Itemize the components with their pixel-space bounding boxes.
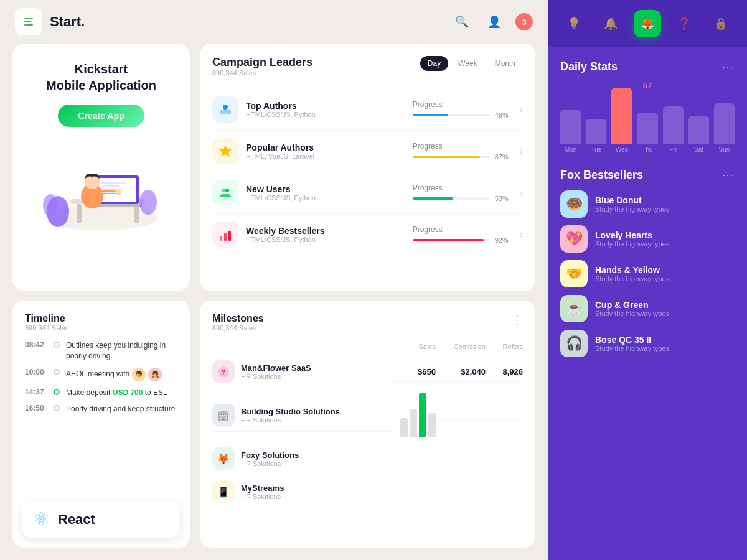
- row-tags: HTML, VueJS, Laravel: [246, 152, 405, 160]
- row-info-top-authors: Top Authors HTML/CSS/JS, Python: [246, 101, 405, 118]
- tab-day[interactable]: Day: [420, 56, 448, 71]
- row-progress-popular-authors: Progress 87%: [413, 142, 512, 161]
- row-tags: HTML/CSS/JS, Python: [246, 236, 405, 243]
- fox-thumb-bose-qc35: 🎧: [560, 330, 588, 357]
- daily-stats-section: Daily Stats ⋯ 57 Mon Tue Wed Thu: [548, 47, 747, 158]
- chart-bar-wed: Wed: [611, 88, 632, 153]
- brand-name: Start.: [50, 14, 85, 30]
- svg-point-21: [225, 189, 229, 192]
- ms-row-manflower: 🌸 Man&Flower SaaSHR Solutions: [212, 355, 392, 388]
- chart-bar-sun: Sun: [714, 103, 735, 153]
- user-icon[interactable]: 👤: [483, 11, 505, 33]
- row-arrow[interactable]: ›: [520, 104, 523, 115]
- right-panel: 💡 🔔 🦊 ❓ 🔒 Daily Stats ⋯ 57 Mon Tue Wed: [548, 0, 747, 560]
- tab-week[interactable]: Week: [451, 56, 484, 71]
- fox-list: 🍩 Blue Donut Study the highway types 💖 L…: [560, 190, 735, 357]
- ms-bar-1: [400, 418, 408, 437]
- create-app-button[interactable]: Create App: [58, 105, 144, 127]
- timeline-dot: [54, 369, 60, 375]
- ms-sales-manflower: $650: [392, 362, 436, 382]
- timeline-item-3: 14:37 Make deposit USD 700 to ESL: [25, 388, 177, 398]
- chart-area: 57 Mon Tue Wed Thu Fri: [560, 83, 735, 158]
- ms-col-sales-header: Sales: [392, 343, 436, 355]
- ms-col-commission-header: Comission: [436, 343, 486, 355]
- row-arrow[interactable]: ›: [520, 187, 523, 198]
- fox-item-bose-qc35[interactable]: 🎧 Bose QC 35 II Study the highway types: [560, 330, 735, 357]
- panel-icon-lightbulb[interactable]: 💡: [560, 10, 588, 37]
- row-icon-weekly-bestsellers: [212, 222, 238, 248]
- timeline-list: 08:42 Outlines keep you indulging in poo…: [25, 340, 177, 414]
- ms-commission-building: [436, 410, 486, 421]
- svg-rect-17: [220, 110, 231, 114]
- row-name: Weekly Bestsellers: [246, 226, 405, 236]
- row-info-new-users: New Users HTML/CSS/JS, Python: [246, 184, 405, 202]
- ms-icon-manflower: 🌸: [212, 360, 235, 383]
- fox-item-cup-green[interactable]: ☕ Cup & Green Study the highway types: [560, 295, 735, 322]
- ms-col-name-header: [212, 347, 392, 352]
- content-grid: Kickstart Mobile Application Create App: [0, 44, 548, 560]
- chart-bar-thu: Thu: [637, 113, 657, 153]
- row-arrow[interactable]: ›: [520, 229, 523, 240]
- logo-line-2: [24, 21, 31, 22]
- react-badge: ⚛ React: [22, 502, 180, 538]
- header-left: Start.: [15, 8, 85, 35]
- row-tags: HTML/CSS/JS, Python: [246, 194, 405, 202]
- avatar-2: 👧: [148, 368, 162, 381]
- ms-row-mystreams: 📱 MyStreamsHR Solutions: [212, 475, 392, 508]
- fox-item-blue-donut[interactable]: 🍩 Blue Donut Study the highway types: [560, 190, 735, 218]
- fox-info-blue-donut: Blue Donut Study the highway types: [595, 195, 669, 213]
- fox-thumb-blue-donut: 🍩: [560, 190, 588, 218]
- panel-icon-fox-active[interactable]: 🦊: [634, 10, 661, 37]
- react-label: React: [58, 511, 95, 528]
- stats-menu-button[interactable]: ⋯: [722, 60, 735, 73]
- avatar-1: 👦: [132, 368, 146, 381]
- row-progress-weekly-bestsellers: Progress 92%: [413, 225, 512, 244]
- ms-row-foxy: 🦊 Foxy SolutionsHR Solutions: [212, 442, 392, 475]
- chart-peak-value: 57: [643, 81, 652, 90]
- ms-bar-2: [410, 409, 417, 437]
- ms-icon-foxy: 🦊: [212, 447, 235, 470]
- main-area: Start. 🔍 👤 3 Kickstart Mobile Applicatio…: [0, 0, 548, 560]
- row-arrow[interactable]: ›: [520, 146, 523, 157]
- fox-menu-button[interactable]: ⋯: [722, 168, 735, 182]
- logo-box: [15, 8, 42, 35]
- chart-bar-mon: Mon: [560, 110, 581, 153]
- fox-item-hands-yellow[interactable]: 🤝 Hands & Yellow Study the highway types: [560, 260, 735, 287]
- campaign-rows: Top Authors HTML/CSS/JS, Python Progress…: [212, 89, 523, 255]
- ms-refers-mystreams: [486, 487, 523, 497]
- campaign-row-new-users: New Users HTML/CSS/JS, Python Progress 5…: [212, 172, 523, 214]
- panel-icon-notification[interactable]: 🔔: [597, 10, 624, 37]
- panel-icon-help[interactable]: ❓: [670, 10, 698, 37]
- react-logo-icon: ⚛: [32, 508, 50, 531]
- fox-info-bose-qc35: Bose QC 35 II Study the highway types: [595, 335, 669, 352]
- timeline-dot: [54, 405, 60, 411]
- row-icon-popular-authors: [212, 138, 238, 164]
- fox-item-lovely-hearts[interactable]: 💖 Lovely Hearts Study the highway types: [560, 225, 735, 253]
- row-name: New Users: [246, 184, 405, 194]
- campaign-row-top-authors: Top Authors HTML/CSS/JS, Python Progress…: [212, 89, 523, 131]
- ms-commission-foxy: [436, 454, 486, 464]
- milestones-table: Sales Comission Refers 🌸 Man&Flower SaaS…: [212, 343, 523, 508]
- notification-badge[interactable]: 3: [515, 13, 533, 30]
- milestones-header: Milestones 890,344 Sales ⋮: [212, 313, 523, 340]
- svg-rect-13: [101, 182, 126, 184]
- tab-month[interactable]: Month: [487, 56, 523, 71]
- ms-sales-building: [392, 388, 436, 442]
- search-icon[interactable]: 🔍: [451, 11, 473, 33]
- row-tags: HTML/CSS/JS, Python: [246, 111, 405, 118]
- panel-icon-lock[interactable]: 🔒: [707, 10, 735, 37]
- svg-marker-19: [219, 145, 232, 157]
- svg-rect-23: [224, 233, 227, 241]
- row-name: Top Authors: [246, 101, 405, 111]
- svg-rect-22: [220, 236, 222, 241]
- milestones-title: Milestones: [212, 313, 264, 324]
- fox-info-lovely-hearts: Lovely Hearts Study the highway types: [595, 230, 669, 248]
- svg-point-12: [139, 190, 157, 215]
- ms-icon-mystreams: 📱: [212, 480, 235, 503]
- ms-bar-3: [419, 393, 426, 437]
- header: Start. 🔍 👤 3: [0, 0, 548, 44]
- milestones-menu-button[interactable]: ⋮: [512, 313, 523, 327]
- timeline-card: Timeline 890,344 Sales 08:42 Outlines ke…: [12, 301, 190, 548]
- kickstart-title: Kickstart Mobile Application: [46, 61, 156, 93]
- hero-illustration: [33, 137, 170, 236]
